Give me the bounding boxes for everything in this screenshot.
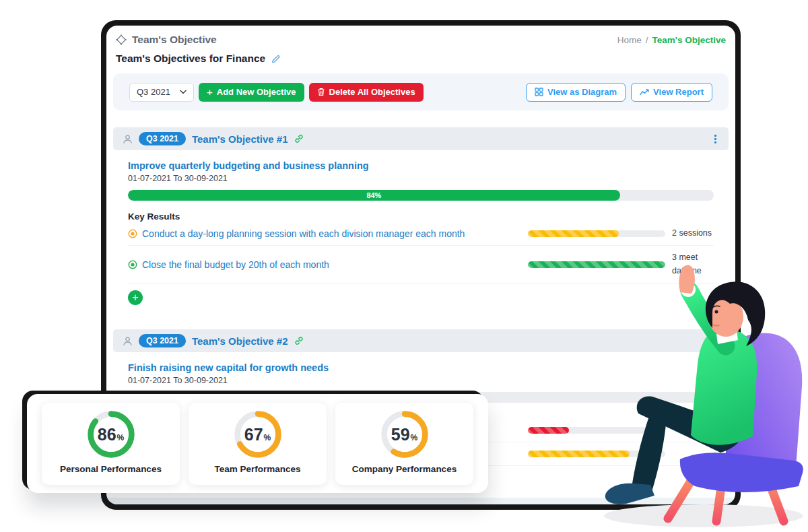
performance-value: 67: [244, 425, 263, 444]
view-as-diagram-button[interactable]: View as Diagram: [526, 83, 626, 102]
objective-name: Team's Objective #1: [192, 133, 288, 145]
breadcrumb-separator: /: [646, 35, 648, 45]
board-title: Team's Objectives for Finance: [116, 53, 265, 65]
bullseye-icon: [128, 229, 137, 238]
objective-dates: 01-07-2021 To 30-09-2021: [128, 174, 714, 183]
objective-progress-bar: 84%: [128, 190, 714, 201]
donut-chart: 86%: [86, 409, 137, 460]
performance-panel: 86% Personal Performances 67% Team Perfo…: [27, 394, 488, 493]
user-icon: [123, 336, 133, 346]
grid-icon: [535, 88, 543, 96]
trend-icon: [640, 89, 649, 96]
donut-chart: 59%: [379, 409, 430, 460]
quarter-badge: Q3 2021: [139, 334, 186, 347]
plus-icon: +: [207, 87, 213, 97]
pencil-icon[interactable]: [271, 54, 281, 64]
quarter-badge: Q3 2021: [139, 132, 186, 145]
performance-card-personal: 86% Personal Performances: [42, 403, 180, 485]
key-result-row: Conduct a day-long planning session with…: [128, 222, 714, 246]
performance-card-company: 59% Company Performances: [335, 403, 473, 485]
link-icon[interactable]: [294, 336, 304, 345]
key-result-link[interactable]: Conduct a day-long planning session with…: [128, 228, 521, 239]
add-new-objective-button[interactable]: + Add New Objective: [199, 83, 304, 102]
add-key-result-button[interactable]: +: [128, 290, 143, 305]
breadcrumb-home[interactable]: Home: [617, 35, 642, 45]
kebab-menu-icon[interactable]: [712, 132, 719, 146]
trash-icon: [317, 88, 325, 96]
period-select-value: Q3 2021: [137, 87, 170, 97]
page: Team's Objective Home / Team's Objective…: [0, 0, 808, 532]
link-icon[interactable]: [294, 134, 304, 143]
user-icon: [123, 134, 133, 144]
period-select[interactable]: Q3 2021: [129, 83, 194, 102]
progress-value: 84%: [366, 191, 381, 199]
breadcrumb: Home / Team's Objective: [617, 35, 726, 45]
key-results-heading: Key Results: [128, 211, 714, 222]
performance-label: Company Performances: [352, 464, 457, 474]
illustration-person-chair: [593, 264, 808, 532]
view-report-button[interactable]: View Report: [631, 83, 712, 102]
bullseye-icon: [128, 260, 137, 269]
performance-value: 86: [98, 425, 116, 444]
delete-all-objectives-button[interactable]: Delete All Objectives: [309, 83, 424, 102]
page-title: Team's Objective: [132, 34, 217, 46]
page-title-row: Team's Objective: [116, 34, 217, 46]
key-result-progress-bar: [528, 230, 665, 237]
target-icon: [116, 34, 127, 45]
chevron-down-icon: [180, 90, 187, 94]
performance-label: Personal Performances: [60, 464, 162, 474]
breadcrumb-current: Team's Objective: [652, 35, 726, 45]
performance-value: 59: [391, 425, 410, 444]
key-result-link[interactable]: Close the final budget by 20th of each m…: [128, 259, 521, 270]
donut-chart: 67%: [232, 409, 283, 460]
performance-label: Team Performances: [214, 464, 300, 474]
objective-title[interactable]: Improve quarterly budgeting and business…: [128, 160, 714, 171]
key-result-value: 2 sessions: [672, 227, 714, 240]
toolbar: Q3 2021 + Add New Objective Delete All O…: [113, 73, 729, 110]
performance-card-team: 67% Team Performances: [189, 403, 327, 485]
objective-name: Team's Objective #2: [192, 335, 288, 347]
